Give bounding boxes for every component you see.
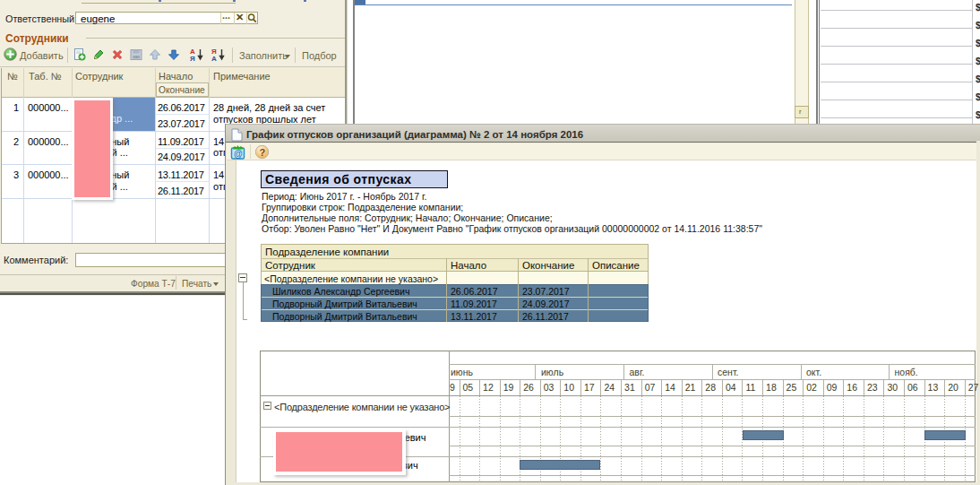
svg-text:@: @ [234,149,243,159]
svg-text:?: ? [259,147,265,158]
svg-text:Я: Я [190,55,195,62]
svg-text:MAX: MAX [133,56,140,59]
svg-text:А: А [211,55,217,62]
